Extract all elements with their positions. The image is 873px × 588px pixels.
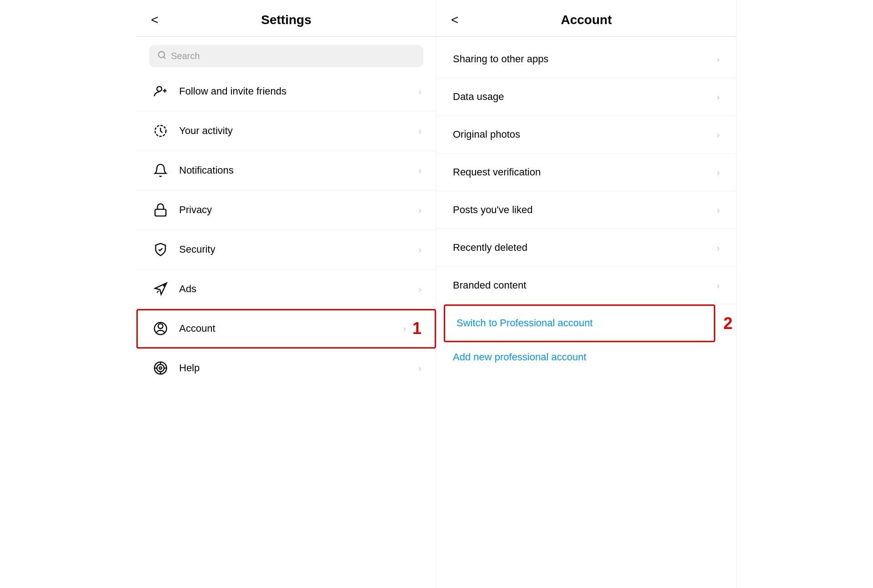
bell-icon (151, 161, 170, 180)
menu-item-switch-professional[interactable]: Switch to Professional account (444, 304, 715, 342)
settings-menu: Follow and invite friends › Your activit… (136, 72, 436, 388)
add-professional-label: Add new professional account (453, 351, 587, 363)
posts-liked-label: Posts you've liked (453, 204, 717, 216)
help-label: Help (179, 362, 418, 374)
menu-item-account[interactable]: Account › 1 (136, 309, 436, 349)
menu-item-request-verification[interactable]: Request verification › (436, 154, 736, 191)
activity-icon (151, 121, 170, 140)
activity-chevron: › (418, 126, 421, 136)
lock-icon (151, 200, 170, 219)
recently-deleted-chevron: › (717, 243, 720, 253)
notifications-label: Notifications (179, 164, 418, 176)
menu-item-recently-deleted[interactable]: Recently deleted › (436, 229, 736, 267)
follow-chevron: › (418, 86, 421, 97)
search-placeholder: Search (171, 51, 200, 61)
recently-deleted-label: Recently deleted (453, 242, 717, 254)
switch-professional-label: Switch to Professional account (457, 317, 702, 329)
search-icon (157, 50, 166, 62)
svg-point-12 (157, 364, 164, 372)
data-usage-chevron: › (717, 92, 720, 102)
original-photos-label: Original photos (453, 129, 717, 140)
help-icon (151, 359, 170, 378)
svg-line-8 (157, 291, 159, 293)
ads-chevron: › (418, 284, 421, 294)
data-usage-label: Data usage (453, 91, 717, 103)
step1-number: 1 (412, 320, 421, 337)
request-verification-label: Request verification (453, 166, 717, 178)
menu-item-branded-content[interactable]: Branded content › (436, 267, 736, 304)
account-label: Account (179, 323, 403, 334)
request-verification-chevron: › (717, 167, 720, 178)
privacy-chevron: › (418, 205, 421, 215)
security-chevron: › (418, 244, 421, 255)
ads-icon (151, 279, 170, 299)
menu-item-follow-friends[interactable]: Follow and invite friends › (136, 72, 436, 111)
ads-label: Ads (179, 283, 418, 295)
search-container: Search (136, 37, 436, 72)
svg-line-1 (164, 57, 166, 59)
svg-point-13 (159, 367, 161, 369)
search-box[interactable]: Search (149, 45, 423, 67)
privacy-label: Privacy (179, 204, 418, 216)
svg-point-9 (158, 324, 163, 329)
help-chevron: › (418, 363, 421, 374)
sharing-label: Sharing to other apps (453, 53, 717, 65)
follow-friends-label: Follow and invite friends (179, 85, 418, 97)
menu-item-help[interactable]: Help › (136, 349, 436, 388)
menu-item-original-photos[interactable]: Original photos › (436, 116, 736, 154)
menu-item-your-activity[interactable]: Your activity › (136, 111, 436, 151)
svg-point-7 (164, 285, 165, 286)
settings-panel: < Settings Search F (136, 0, 436, 588)
settings-header: < Settings (136, 0, 436, 37)
original-photos-chevron: › (717, 130, 720, 140)
settings-title: Settings (151, 13, 421, 27)
follow-icon (151, 82, 170, 101)
branded-content-label: Branded content (453, 279, 717, 291)
branded-content-chevron: › (717, 280, 720, 291)
account-header: < Account (436, 0, 736, 37)
svg-point-2 (157, 86, 162, 91)
account-icon (151, 319, 170, 338)
shield-icon (151, 240, 170, 259)
menu-item-add-professional[interactable]: Add new professional account (436, 342, 736, 376)
security-label: Security (179, 244, 418, 255)
sharing-chevron: › (717, 54, 720, 65)
menu-item-security[interactable]: Security › (136, 230, 436, 269)
switch-professional-wrapper: Switch to Professional account 2 (436, 304, 736, 342)
posts-liked-chevron: › (717, 205, 720, 215)
step2-number: 2 (723, 314, 733, 333)
account-panel: < Account Sharing to other apps › Data u… (436, 0, 737, 588)
activity-label: Your activity (179, 125, 418, 137)
account-back-button[interactable]: < (451, 14, 458, 26)
settings-back-button[interactable]: < (151, 14, 158, 26)
menu-item-data-usage[interactable]: Data usage › (436, 78, 736, 116)
svg-rect-6 (155, 209, 166, 216)
menu-item-ads[interactable]: Ads › (136, 269, 436, 309)
menu-item-privacy[interactable]: Privacy › (136, 190, 436, 230)
notifications-chevron: › (418, 165, 421, 176)
menu-item-sharing[interactable]: Sharing to other apps › (436, 40, 736, 78)
account-menu-content: Sharing to other apps › Data usage › Ori… (436, 37, 736, 376)
menu-item-posts-liked[interactable]: Posts you've liked › (436, 191, 736, 229)
account-title: Account (451, 13, 722, 27)
account-chevron: › (403, 324, 406, 334)
menu-item-notifications[interactable]: Notifications › (136, 151, 436, 190)
